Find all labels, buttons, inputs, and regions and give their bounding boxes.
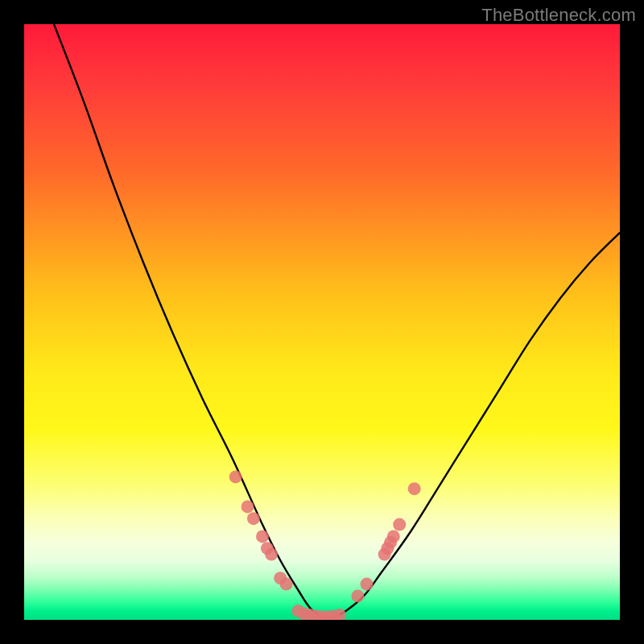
sample-points [229,470,421,620]
plot-area [24,24,620,620]
sample-point [351,589,364,602]
sample-point [393,518,406,531]
sample-point [280,578,293,591]
sample-point [265,548,278,561]
chart-frame: TheBottleneck.com [0,0,644,644]
sample-point [408,482,421,495]
watermark-text: TheBottleneck.com [481,5,636,26]
sample-point [229,470,242,483]
sample-point [387,530,400,543]
sample-point [256,530,269,543]
curve-layer [24,24,620,620]
sample-point [247,512,260,525]
sample-point [242,500,254,513]
sample-point [361,578,374,591]
bottleneck-curve [54,24,620,618]
